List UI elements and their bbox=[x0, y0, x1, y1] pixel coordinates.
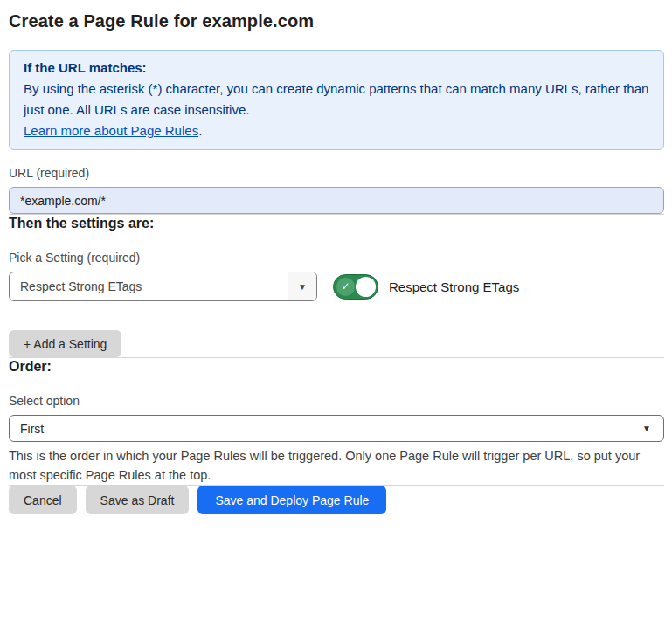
learn-more-link[interactable]: Learn more about Page Rules bbox=[24, 123, 198, 138]
pick-setting-label: Pick a Setting (required) bbox=[9, 251, 664, 265]
order-select-value: First bbox=[20, 422, 44, 436]
url-label: URL (required) bbox=[9, 166, 664, 181]
order-heading: Order: bbox=[9, 358, 664, 375]
link-suffix: . bbox=[198, 123, 202, 138]
save-deploy-button[interactable]: Save and Deploy Page Rule bbox=[197, 486, 386, 514]
order-select[interactable]: First ▼ bbox=[9, 415, 664, 442]
order-description: This is the order in which your Page Rul… bbox=[9, 446, 660, 485]
add-setting-button[interactable]: + Add a Setting bbox=[9, 330, 121, 357]
toggle-knob bbox=[356, 277, 376, 297]
check-icon: ✓ bbox=[336, 278, 355, 296]
etags-toggle[interactable]: ✓ bbox=[333, 274, 378, 300]
page-title: Create a Page Rule for example.com bbox=[9, 10, 664, 31]
cancel-button[interactable]: Cancel bbox=[9, 486, 77, 514]
footer-actions: Cancel Save as Draft Save and Deploy Pag… bbox=[9, 486, 664, 514]
info-box-body: By using the asterisk (*) character, you… bbox=[24, 79, 649, 121]
setting-select-value: Respect Strong ETags bbox=[10, 279, 288, 293]
setting-select[interactable]: Respect Strong ETags ▼ bbox=[9, 272, 317, 301]
create-page-rule-panel: Create a Page Rule for example.com If th… bbox=[0, 0, 672, 514]
select-option-label: Select option bbox=[9, 394, 664, 409]
toggle-label: Respect Strong ETags bbox=[389, 279, 519, 294]
save-draft-button[interactable]: Save as Draft bbox=[86, 486, 190, 514]
url-match-info-box: If the URL matches: By using the asteris… bbox=[9, 50, 664, 150]
settings-heading: Then the settings are: bbox=[9, 215, 664, 231]
chevron-down-icon[interactable]: ▼ bbox=[288, 272, 316, 300]
url-input[interactable] bbox=[9, 187, 664, 214]
setting-row: Respect Strong ETags ▼ ✓ Respect Strong … bbox=[9, 272, 664, 301]
info-box-heading: If the URL matches: bbox=[24, 58, 649, 79]
info-box-link-line: Learn more about Page Rules. bbox=[24, 121, 649, 141]
chevron-down-icon: ▼ bbox=[642, 424, 651, 433]
